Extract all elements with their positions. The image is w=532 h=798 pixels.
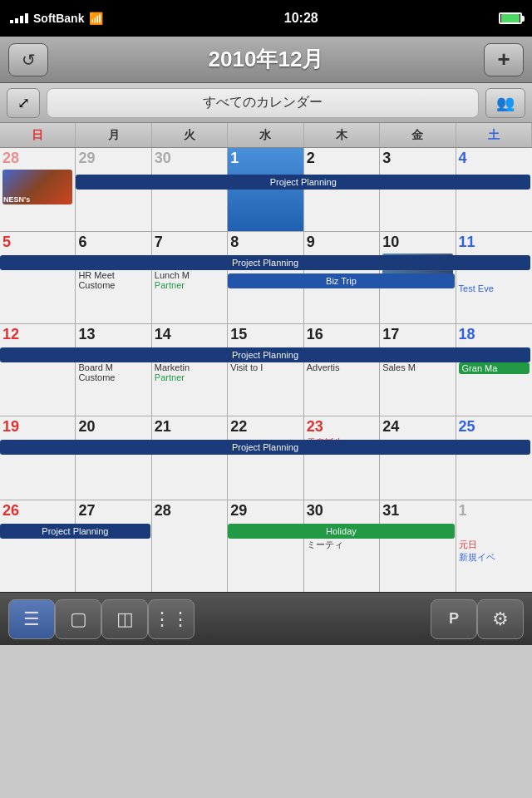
advertis-event[interactable]: Advertis [307, 362, 377, 372]
day-dec23[interactable]: 23 天皇誕生 [304, 416, 380, 500]
day-dec16[interactable]: 16 Advertis [304, 324, 380, 416]
day-nov29[interactable]: 29 [76, 148, 151, 231]
salesm-event[interactable]: Sales M [382, 362, 452, 372]
day-num: 26 [2, 502, 72, 520]
day-num: 28 [155, 502, 224, 520]
day-num: 8 [230, 234, 300, 252]
mieti-event[interactable]: ミーティ [307, 539, 377, 551]
week-row-2: 5 6 HR Meet Custome 7 Lunch M Partner 8 … [0, 232, 532, 324]
day-dec14[interactable]: 14 Marketin Partner [152, 324, 228, 416]
day-num: 6 [78, 234, 148, 252]
day-num: 10 [382, 234, 452, 252]
day-num: 14 [155, 326, 224, 344]
day-num: 24 [382, 418, 452, 436]
lunch-event[interactable]: Lunch M [155, 270, 224, 280]
expand-icon: ⤢ [17, 94, 30, 112]
day-dec4[interactable]: 4 [456, 148, 532, 231]
project-planning-week1[interactable]: Project Planning [76, 175, 530, 190]
day-dec7[interactable]: 7 Lunch M Partner [152, 232, 228, 323]
shinki-event[interactable]: 新規イベ [459, 551, 530, 564]
day-num: 27 [78, 502, 148, 520]
day-dec31[interactable]: 31 [380, 500, 456, 592]
test-eve-event[interactable]: Test Eve [459, 283, 530, 293]
calendar-grid: 28 NESN's 29 30 1 2 [0, 148, 532, 592]
project-planning-week2[interactable]: Project Planning [0, 255, 530, 270]
people-button[interactable]: 👥 [485, 88, 525, 118]
custome2-event[interactable]: Custome [78, 372, 148, 382]
parking-button[interactable]: P [431, 599, 477, 639]
day-jan1[interactable]: 1 元日 新規イベ [456, 500, 532, 592]
hr-meet-event[interactable]: HR Meet [78, 270, 148, 280]
day-header-fri: 金 [380, 123, 456, 147]
day-num: 28 [2, 150, 72, 168]
biz-trip-event[interactable]: Biz Trip [228, 273, 454, 288]
day-dec27[interactable]: 27 [76, 500, 151, 592]
day-num: 29 [230, 502, 300, 520]
day-num: 25 [459, 418, 530, 436]
week-view-button[interactable]: ◫ [101, 599, 148, 639]
day-view-button[interactable]: ▢ [55, 599, 101, 639]
day-dec29[interactable]: 29 [228, 500, 303, 592]
day-num: 19 [2, 418, 72, 436]
day-dec28[interactable]: 28 [152, 500, 228, 592]
day-nov30[interactable]: 30 [152, 148, 228, 231]
day-nov28[interactable]: 28 NESN's [0, 148, 76, 231]
day-num: 1 [459, 502, 530, 520]
day-dec25[interactable]: 25 [456, 416, 532, 500]
partner2-event[interactable]: Partner [155, 372, 224, 382]
status-bar: SoftBank 📶 10:28 [0, 0, 532, 37]
day-num: 4 [459, 150, 530, 168]
list-view-button[interactable]: ☰ [8, 599, 55, 639]
day-dec11[interactable]: 11 Test Eve [456, 232, 532, 323]
nav-title: 2010年12月 [209, 45, 324, 74]
customer-event[interactable]: Custome [78, 280, 148, 290]
visit-event[interactable]: Visit to I [230, 362, 300, 372]
project-planning-week4[interactable]: Project Planning [0, 440, 530, 455]
nesn-event[interactable]: NESN's [2, 170, 72, 204]
calendar-picker[interactable]: すべてのカレンダー [47, 88, 479, 118]
holiday-event[interactable]: Holiday [228, 524, 454, 539]
day-num: 30 [307, 502, 377, 520]
signal-icon [10, 13, 28, 23]
day-dec5[interactable]: 5 [0, 232, 76, 323]
add-event-button[interactable]: + [484, 43, 524, 76]
refresh-button[interactable]: ↺ [8, 43, 48, 76]
day-dec22[interactable]: 22 [228, 416, 303, 500]
day-dec1[interactable]: 1 [228, 148, 303, 231]
day-num: 9 [307, 234, 377, 252]
day-dec24[interactable]: 24 [380, 416, 456, 500]
day-dec15[interactable]: 15 Visit to I [228, 324, 303, 416]
expand-button[interactable]: ⤢ [7, 88, 40, 118]
gear-icon: ⚙ [492, 608, 509, 630]
day-dec18[interactable]: 18 Gran Ma [456, 324, 532, 416]
day-dec19[interactable]: 19 [0, 416, 76, 500]
day-dec17[interactable]: 17 Sales M [380, 324, 456, 416]
day-num: 21 [155, 418, 224, 436]
month-view-button[interactable]: ⋮⋮ [148, 599, 195, 639]
day-header-wed: 水 [228, 123, 303, 147]
gran-ma-event[interactable]: Gran Ma [459, 362, 530, 374]
day-dec3[interactable]: 3 [380, 148, 456, 231]
people-icon: 👥 [496, 94, 515, 112]
partner-event[interactable]: Partner [155, 280, 224, 290]
day-dec12[interactable]: 12 [0, 324, 76, 416]
marketin-event[interactable]: Marketin [155, 362, 224, 372]
project-planning-week3[interactable]: Project Planning [0, 347, 530, 362]
project-planning-week5[interactable]: Project Planning [0, 524, 150, 539]
day-num: 13 [78, 326, 148, 344]
day-num: 2 [307, 150, 377, 168]
settings-button[interactable]: ⚙ [477, 599, 524, 639]
day-dec26[interactable]: 26 [0, 500, 76, 592]
day-dec6[interactable]: 6 HR Meet Custome [76, 232, 151, 323]
day-dec20[interactable]: 20 [76, 416, 151, 500]
add-icon: + [497, 47, 510, 72]
parking-icon: P [449, 610, 459, 628]
day-dec2[interactable]: 2 [304, 148, 380, 231]
week-row-1: 28 NESN's 29 30 1 2 [0, 148, 532, 232]
board-event[interactable]: Board M [78, 362, 148, 372]
day-dec13[interactable]: 13 Board M Custome [76, 324, 151, 416]
day-dec30[interactable]: 30 ミーティ [304, 500, 380, 592]
calendar-selector-bar: ⤢ すべてのカレンダー 👥 [0, 83, 532, 123]
day-dec21[interactable]: 21 [152, 416, 228, 500]
time-label: 10:28 [284, 11, 318, 26]
